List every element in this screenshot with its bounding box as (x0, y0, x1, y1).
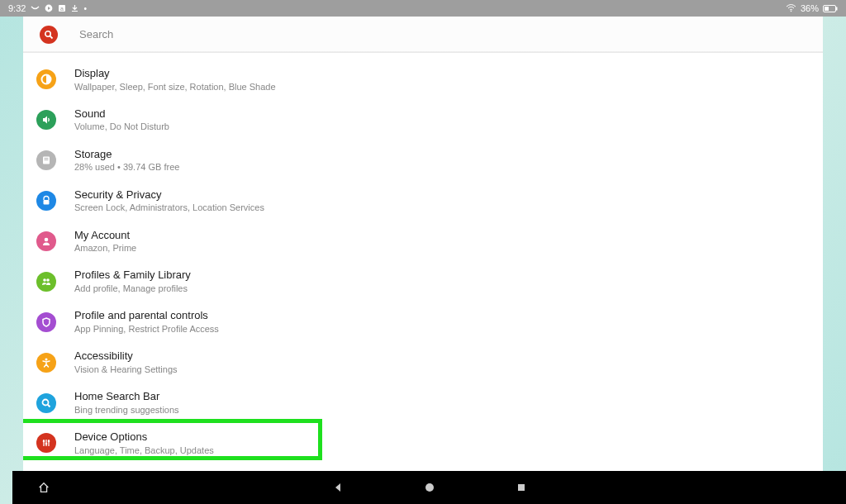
setting-title: Storage (74, 148, 179, 161)
setting-item-account[interactable]: My AccountAmazon, Prime (23, 221, 823, 262)
svg-rect-13 (44, 200, 50, 205)
setting-title: Home Search Bar (74, 390, 179, 403)
setting-subtitle: Add profile, Manage profiles (74, 283, 191, 294)
setting-title: My Account (74, 229, 136, 242)
svg-rect-5 (836, 7, 838, 10)
dot-icon: • (83, 4, 87, 13)
search-placeholder: Search (79, 28, 113, 40)
svg-text:a: a (60, 6, 64, 12)
setting-item-parental[interactable]: Profile and parental controlsApp Pinning… (23, 302, 823, 342)
setting-subtitle: Language, Time, Backup, Updates (74, 445, 214, 456)
nav-back-button[interactable] (331, 481, 345, 494)
setting-subtitle: Vision & Hearing Settings (74, 364, 178, 375)
setting-item-homesearch[interactable]: Home Search BarBing trending suggestions (23, 383, 823, 423)
setting-subtitle: Bing trending suggestions (74, 404, 179, 416)
battery-percent: 36% (801, 3, 819, 13)
setting-subtitle: Wallpaper, Sleep, Font size, Rotation, B… (74, 81, 276, 93)
status-time: 9:32 (8, 3, 26, 13)
setting-item-storage[interactable]: Storage28% used • 39.74 GB free (23, 140, 823, 181)
svg-point-28 (425, 483, 434, 492)
person-icon (36, 231, 56, 251)
setting-title: Sound (74, 107, 169, 121)
wifi-icon (786, 4, 796, 12)
svg-rect-29 (518, 484, 525, 491)
setting-item-profiles[interactable]: Profiles & Family LibraryAdd profile, Ma… (23, 261, 823, 302)
setting-item-display[interactable]: DisplayWallpaper, Sleep, Font size, Rota… (23, 59, 823, 100)
people-icon (36, 272, 56, 292)
svg-point-16 (46, 278, 50, 282)
battery-icon (823, 5, 838, 12)
nav-recent-button[interactable] (515, 481, 528, 494)
search-bar[interactable]: Search (23, 17, 823, 53)
setting-item-sound[interactable]: SoundVolume, Do Not Disturb (23, 100, 823, 140)
settings-list: DisplayWallpaper, Sleep, Font size, Rota… (23, 53, 823, 471)
setting-title: Profiles & Family Library (74, 269, 191, 282)
sound-icon (36, 110, 56, 130)
svg-rect-6 (825, 7, 829, 11)
setting-subtitle: 28% used • 39.74 GB free (74, 161, 179, 173)
nav-home-button[interactable] (423, 481, 436, 494)
svg-point-23 (43, 440, 45, 443)
svg-point-7 (45, 31, 50, 36)
setting-subtitle: Volume, Do Not Disturb (74, 121, 169, 132)
svg-point-24 (45, 443, 48, 445)
setting-item-security[interactable]: Security & PrivacyScreen Lock, Administr… (23, 181, 823, 221)
svg-point-3 (791, 11, 792, 12)
storage-icon (36, 150, 56, 170)
sliders-icon (36, 433, 56, 453)
svg-line-8 (50, 36, 53, 38)
setting-subtitle: Amazon, Prime (74, 242, 136, 254)
setting-subtitle: App Pinning, Restrict Profile Access (74, 323, 219, 335)
setting-item-help[interactable]: HelpFire Tablet Help, Contact us (23, 464, 823, 471)
svg-rect-12 (45, 159, 49, 160)
box-a-icon: a (58, 4, 66, 12)
shield-icon (36, 312, 56, 332)
play-icon (45, 4, 53, 12)
svg-line-19 (48, 404, 50, 407)
setting-item-accessibility[interactable]: AccessibilityVision & Hearing Settings (23, 342, 823, 383)
status-bar: 9:32 a • 36% (0, 0, 846, 17)
setting-title: Security & Privacy (74, 188, 264, 202)
setting-title: Profile and parental controls (74, 309, 219, 322)
svg-point-15 (43, 278, 46, 282)
download-icon (71, 4, 78, 12)
navigation-bar (12, 471, 846, 504)
svg-point-25 (48, 440, 50, 443)
search-icon (40, 26, 58, 44)
accessibility-icon (36, 353, 56, 373)
search-icon (36, 393, 56, 413)
amazon-smile-icon (31, 5, 40, 12)
svg-rect-11 (45, 158, 49, 159)
nav-home-icon[interactable] (37, 481, 50, 494)
svg-point-18 (43, 399, 49, 405)
setting-item-device[interactable]: Device OptionsLanguage, Time, Backup, Up… (23, 423, 823, 464)
settings-panel: Search DisplayWallpaper, Sleep, Font siz… (23, 17, 823, 471)
setting-title: Display (74, 67, 276, 80)
setting-title: Device Options (74, 430, 214, 444)
lock-icon (36, 191, 56, 211)
display-icon (36, 69, 56, 89)
svg-point-17 (45, 358, 48, 360)
setting-subtitle: Screen Lock, Administrators, Location Se… (74, 202, 264, 213)
setting-title: Accessibility (74, 349, 178, 363)
svg-point-14 (45, 238, 49, 242)
